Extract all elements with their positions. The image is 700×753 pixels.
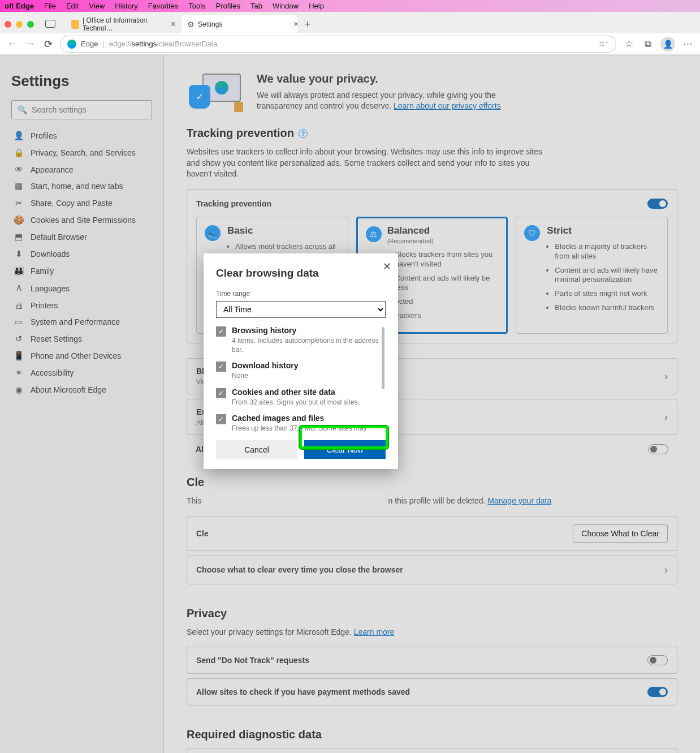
menu-history[interactable]: History (115, 2, 137, 10)
tab-title: | Office of Information Technol… (83, 16, 167, 32)
hero-body: We will always protect and respect your … (257, 90, 517, 111)
sidebar-item-13[interactable]: 📱Phone and Other Devices (11, 347, 152, 364)
menu-appname[interactable]: oft Edge (5, 2, 34, 10)
tab-close-icon[interactable]: × (293, 19, 297, 29)
tracking-desc: Websites use trackers to collect info ab… (187, 147, 554, 180)
payment-toggle[interactable] (647, 687, 668, 697)
sidebar-search[interactable]: 🔍 (11, 100, 152, 119)
always-strict-toggle[interactable] (648, 444, 668, 454)
sidebar-icon: ⬒ (14, 232, 24, 242)
sidebar-icon: ↺ (14, 334, 24, 344)
tp-card-strict[interactable]: 🛡StrictBlocks a majority of trackers fro… (516, 217, 668, 334)
window-close-icon[interactable] (5, 21, 11, 28)
window-max-icon[interactable] (27, 21, 34, 28)
address-bar[interactable]: Edge | edge://settings/clearBrowserData … (60, 36, 616, 53)
sidebar-label: Family (31, 266, 54, 276)
profile-avatar[interactable]: 👤 (660, 37, 675, 51)
sidebar-icon: 👁 (14, 165, 24, 174)
card-icon: 👟 (205, 225, 221, 241)
card-icon: ⚖ (366, 226, 382, 242)
mac-menubar: oft Edge File Edit View History Favorite… (0, 0, 700, 12)
menu-edit[interactable]: Edit (66, 2, 79, 10)
tab-close-icon[interactable]: × (171, 19, 176, 29)
clear-item-0[interactable]: ✓Browsing history4 items. Includes autoc… (216, 326, 380, 354)
manage-data-link[interactable]: Manage your data (487, 496, 551, 505)
window-min-icon[interactable] (16, 21, 23, 28)
bookmark-add-icon[interactable]: ✩⁺ (599, 40, 609, 48)
sidebar-item-15[interactable]: ◉About Microsoft Edge (11, 381, 152, 398)
menu-help[interactable]: Help (309, 2, 324, 10)
tab-actions-icon[interactable] (45, 20, 55, 28)
hero-link[interactable]: Learn about our privacy efforts (394, 101, 501, 110)
checkbox-icon[interactable]: ✓ (216, 388, 226, 398)
menu-favorites[interactable]: Favorites (148, 2, 178, 10)
search-input[interactable] (32, 105, 146, 114)
forward-button[interactable]: → (24, 38, 36, 50)
menu-tools[interactable]: Tools (188, 2, 205, 10)
sidebar-label: System and Performance (31, 317, 120, 326)
sidebar-icon: ▦ (14, 181, 24, 191)
menu-view[interactable]: View (89, 2, 105, 10)
menu-file[interactable]: File (44, 2, 56, 10)
dnt-toggle[interactable] (647, 655, 668, 665)
time-range-select[interactable]: All Time (216, 301, 386, 318)
privacy-learn-link[interactable]: Learn more (354, 627, 395, 636)
sidebar-label: About Microsoft Edge (31, 385, 106, 394)
chevron-right-icon: › (664, 564, 668, 576)
sidebar-item-4[interactable]: ✂Share, Copy and Paste (11, 195, 152, 212)
clear-item-1[interactable]: ✓Download historyNone (216, 361, 380, 381)
tab-active[interactable]: ⚙ Settings × (182, 15, 297, 33)
settings-sidebar: Settings 🔍 👤Profiles🔒Privacy, Search, an… (0, 55, 164, 753)
sidebar-item-7[interactable]: ⬇Downloads (11, 246, 152, 263)
menu-profiles[interactable]: Profiles (216, 2, 240, 10)
back-button[interactable]: ← (6, 38, 18, 50)
sidebar-item-0[interactable]: 👤Profiles (11, 127, 152, 144)
checkbox-icon[interactable]: ✓ (216, 414, 226, 424)
menu-tab[interactable]: Tab (250, 2, 262, 10)
sidebar-label: Phone and Other Devices (31, 351, 121, 360)
sidebar-label: Privacy, Search, and Services (31, 148, 136, 157)
sidebar-label: Accessibility (31, 368, 74, 377)
clear-on-close-row[interactable]: Choose what to clear every time you clos… (187, 556, 677, 584)
clear-now-button[interactable]: Clear Now (304, 440, 386, 459)
sidebar-item-1[interactable]: 🔒Privacy, Search, and Services (11, 144, 152, 161)
menu-window[interactable]: Window (273, 2, 299, 10)
sidebar-icon: 👤 (14, 131, 24, 141)
hero-art-icon: ✓ (189, 72, 243, 112)
sidebar-label: Downloads (31, 249, 70, 259)
clear-item-2[interactable]: ✓Cookies and other site dataFrom 32 site… (216, 388, 380, 407)
clear-now-row: Cle Choose What to Clear (187, 516, 677, 551)
collections-icon[interactable]: ⧉ (641, 38, 655, 50)
clear-desc: Thisn this profile will be deleted. Mana… (187, 496, 677, 507)
more-icon[interactable]: ⋯ (681, 38, 694, 50)
sidebar-item-10[interactable]: 🖨Printers (11, 297, 152, 313)
sidebar-item-3[interactable]: ▦Start, home, and new tabs (11, 178, 152, 195)
sidebar-item-12[interactable]: ↺Reset Settings (11, 330, 152, 347)
clear-item-3[interactable]: ✓Cached images and filesFrees up less th… (216, 414, 380, 433)
sidebar-item-6[interactable]: ⬒Default Browser (11, 229, 152, 246)
tab-inactive[interactable]: | Office of Information Technol… × (66, 15, 182, 33)
sidebar-item-2[interactable]: 👁Appearance (11, 161, 152, 178)
choose-what-to-clear-button[interactable]: Choose What to Clear (573, 524, 668, 543)
sidebar-item-11[interactable]: ▭System and Performance (11, 313, 152, 330)
sidebar-item-9[interactable]: ＡLanguages (11, 279, 152, 297)
sidebar-label: Reset Settings (31, 334, 82, 343)
checkbox-icon[interactable]: ✓ (216, 326, 226, 337)
sidebar-icon: 📱 (14, 351, 24, 361)
tp-label: Tracking prevention (196, 199, 271, 208)
cancel-button[interactable]: Cancel (216, 440, 297, 459)
info-icon[interactable]: ? (299, 129, 308, 138)
sidebar-item-14[interactable]: ✶Accessibility (11, 364, 152, 381)
new-tab-button[interactable]: + (300, 16, 316, 32)
favorites-icon[interactable]: ☆ (622, 38, 636, 50)
sidebar-item-5[interactable]: 🍪Cookies and Site Permissions (11, 212, 152, 229)
sidebar-item-8[interactable]: 👪Family (11, 263, 152, 279)
checkbox-icon[interactable]: ✓ (216, 362, 226, 372)
time-range-label: Time range (216, 290, 250, 298)
reload-button[interactable]: ⟳ (42, 38, 54, 50)
sidebar-icon: 🖨 (14, 300, 24, 310)
dialog-close-icon[interactable]: ✕ (383, 260, 391, 273)
diag-heading: Required diagnostic data (187, 728, 677, 741)
tp-toggle[interactable] (647, 199, 668, 209)
sidebar-label: Cookies and Site Permissions (31, 216, 136, 225)
